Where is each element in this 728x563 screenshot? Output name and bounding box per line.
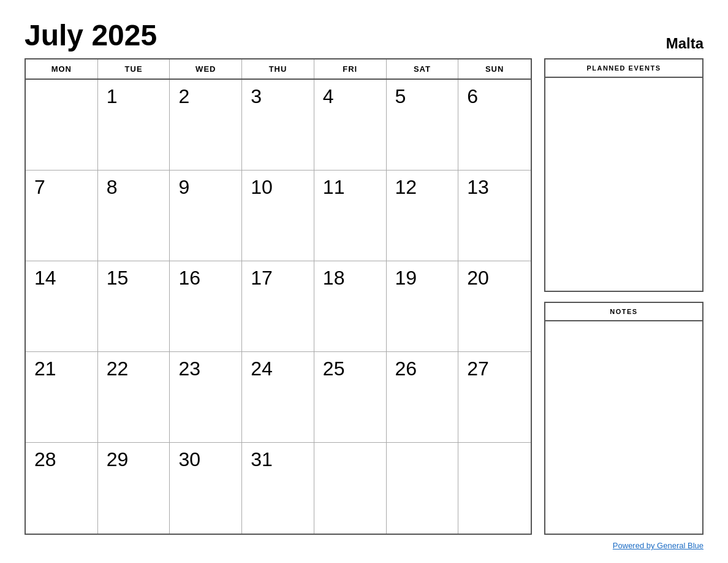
day-header-sun: SUN [458,59,531,79]
calendar-cell-7: 7 [26,170,98,261]
calendar-cell-24: 24 [242,352,314,443]
planned-events-box: PLANNED EVENTS [544,58,703,292]
calendar-cell-19: 19 [387,261,459,352]
calendar-cell-8: 8 [98,170,170,261]
planned-events-header: PLANNED EVENTS [545,59,702,78]
calendar-cell-1: 1 [98,80,170,170]
planned-events-content [545,78,702,291]
calendar-cell-22: 22 [98,352,170,443]
calendar-cell-27: 27 [458,352,531,443]
calendar-cell-11: 11 [314,170,387,261]
calendar-cell-30: 30 [170,443,242,534]
day-header-sat: SAT [387,59,459,79]
calendar-cell-empty-2 [314,443,387,534]
calendar-cell-13: 13 [458,170,531,261]
calendar-cell-17: 17 [242,261,314,352]
country-title: Malta [666,35,703,52]
calendar-cell-4: 4 [314,80,387,170]
calendar-grid: 1 2 3 4 5 6 7 8 9 10 11 12 13 14 15 16 1… [26,80,531,534]
calendar-cell-20: 20 [458,261,531,352]
calendar-cell-21: 21 [26,352,98,443]
calendar-cell-3: 3 [242,80,314,170]
notes-content [545,321,702,534]
calendar-cell-12: 12 [387,170,459,261]
sidebar: PLANNED EVENTS NOTES [544,58,703,535]
calendar-cell-25: 25 [314,352,387,443]
calendar-cell-empty-3 [387,443,459,534]
calendar-cell-6: 6 [458,80,531,170]
day-header-tue: TUE [98,59,170,79]
calendar-cell-23: 23 [170,352,242,443]
calendar-cell-31: 31 [242,443,314,534]
notes-box: NOTES [544,302,703,535]
footer: Powered by General Blue [25,540,703,551]
calendar-cell-16: 16 [170,261,242,352]
powered-by-link[interactable]: Powered by General Blue [613,541,703,550]
calendar-section: MON TUE WED THU FRI SAT SUN 1 2 3 4 5 6 … [25,58,532,535]
calendar-cell-5: 5 [387,80,459,170]
calendar-cell-26: 26 [387,352,459,443]
day-header-mon: MON [26,59,98,79]
main-content: MON TUE WED THU FRI SAT SUN 1 2 3 4 5 6 … [25,58,703,535]
day-header-wed: WED [170,59,242,79]
calendar-cell-empty-4 [458,443,531,534]
calendar-cell-28: 28 [26,443,98,534]
calendar-cell-15: 15 [98,261,170,352]
day-headers-row: MON TUE WED THU FRI SAT SUN [26,59,531,80]
month-title: July 2025 [25,18,157,52]
day-header-thu: THU [242,59,314,79]
day-header-fri: FRI [314,59,387,79]
calendar-cell-10: 10 [242,170,314,261]
calendar-cell-14: 14 [26,261,98,352]
calendar-cell-18: 18 [314,261,387,352]
notes-header: NOTES [545,303,702,321]
calendar-cell-2: 2 [170,80,242,170]
calendar-cell-empty-1 [26,80,98,170]
calendar-cell-9: 9 [170,170,242,261]
calendar-cell-29: 29 [98,443,170,534]
